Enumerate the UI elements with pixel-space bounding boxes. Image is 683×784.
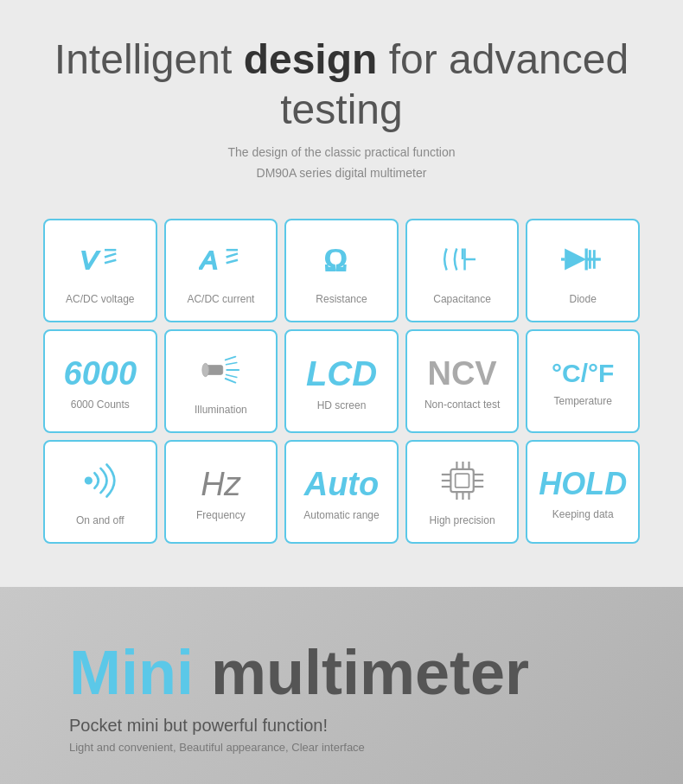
card-ac-dc-voltage: V AC/DC voltage (43, 219, 157, 322)
temperature-icon: °C/°F (552, 360, 614, 386)
sound-svg (79, 462, 122, 500)
bottom-section: Mini multimeter Pocket mini but powerful… (0, 587, 683, 784)
card-illumination: Illumination (164, 329, 278, 433)
mini-rest: multimeter (194, 638, 529, 707)
svg-point-20 (202, 364, 209, 377)
temperature-label: Temperature (554, 395, 612, 407)
high-precision-label: High precision (430, 514, 495, 526)
auto-label: Automatic range (303, 509, 379, 521)
svg-text:Ω: Ω (324, 244, 347, 277)
voltage-icon: V (79, 240, 122, 284)
current-svg: A (199, 240, 242, 278)
capacitance-icon (441, 240, 484, 284)
frequency-label: Frequency (196, 509, 246, 521)
hold-icon: HOLD (539, 468, 627, 500)
svg-point-26 (86, 478, 92, 484)
card-high-precision: High precision (405, 440, 520, 544)
svg-line-2 (105, 254, 116, 258)
svg-line-21 (226, 357, 236, 360)
title-bold: design (244, 36, 378, 82)
mini-title: Mini multimeter (69, 639, 614, 707)
light-text: Light and convenient, Beautiful appearan… (69, 741, 614, 754)
card-resistance: Ω Resistance (284, 219, 399, 322)
capacitance-label: Capacitance (433, 293, 491, 305)
pocket-text: Pocket mini but powerful function! (69, 716, 614, 736)
chip-icon (441, 462, 484, 506)
current-label: AC/DC current (187, 293, 254, 305)
on-off-label: On and off (76, 514, 124, 526)
diode-icon (561, 240, 604, 284)
card-ncv: NCV Non-contact test (405, 329, 520, 433)
mini-blue: Mini (69, 638, 194, 707)
resistance-svg: Ω (320, 240, 363, 278)
svg-line-25 (227, 375, 237, 378)
lcd-label: HD screen (317, 399, 367, 411)
resistance-label: Resistance (316, 293, 367, 305)
svg-line-3 (105, 260, 116, 263)
auto-icon: Auto (304, 468, 380, 500)
card-temperature: °C/°F Temperature (526, 329, 640, 433)
title-normal: Intelligent (54, 36, 244, 82)
card-keeping-data: HOLD Keeping data (526, 440, 640, 544)
svg-text:A: A (199, 245, 218, 274)
resistance-icon: Ω (320, 240, 363, 284)
card-auto-range: Auto Automatic range (284, 440, 399, 544)
card-ac-dc-current: A AC/DC current (164, 219, 278, 322)
ncv-icon: NCV (427, 357, 496, 390)
chip-svg (441, 462, 484, 500)
lcd-icon: LCD (306, 356, 377, 391)
page-title: Intelligent design for advanced testing (43, 35, 640, 134)
diode-svg (561, 240, 604, 278)
svg-marker-13 (565, 249, 586, 271)
subtitle: The design of the classic practical func… (43, 143, 640, 184)
svg-rect-27 (450, 469, 473, 492)
feature-grid: V AC/DC voltage A AC/DC current (43, 219, 640, 544)
current-icon: A (199, 240, 242, 284)
voltage-svg: V (79, 240, 122, 278)
card-capacitance: Capacitance (405, 219, 520, 322)
subtitle-line2: DM90A series digital multimeter (43, 163, 640, 184)
frequency-icon: Hz (201, 468, 240, 500)
flashlight-icon (199, 351, 242, 395)
keeping-data-label: Keeping data (552, 508, 614, 520)
svg-line-24 (227, 363, 237, 365)
svg-line-6 (227, 254, 238, 258)
capacitance-svg (441, 240, 484, 278)
diode-label: Diode (570, 293, 597, 305)
voltage-label: AC/DC voltage (66, 293, 134, 305)
subtitle-line1: The design of the classic practical func… (43, 143, 640, 163)
card-lcd-screen: LCD HD screen (284, 329, 399, 433)
card-frequency: Hz Frequency (164, 440, 278, 544)
sound-icon (79, 462, 122, 506)
ncv-label: Non-contact test (424, 398, 500, 411)
top-section: Intelligent design for advanced testing … (0, 0, 683, 587)
card-6000-counts: 6000 6000 Counts (43, 329, 157, 433)
svg-line-23 (226, 379, 236, 383)
card-diode: Diode (526, 219, 640, 322)
6000-label: 6000 Counts (71, 398, 130, 411)
card-on-off: On and off (43, 440, 157, 544)
svg-text:V: V (80, 245, 99, 274)
flashlight-svg (199, 351, 242, 389)
svg-rect-28 (455, 474, 469, 488)
6000-icon: 6000 (64, 357, 137, 390)
svg-line-7 (227, 260, 238, 263)
illumination-label: Illumination (195, 404, 247, 416)
